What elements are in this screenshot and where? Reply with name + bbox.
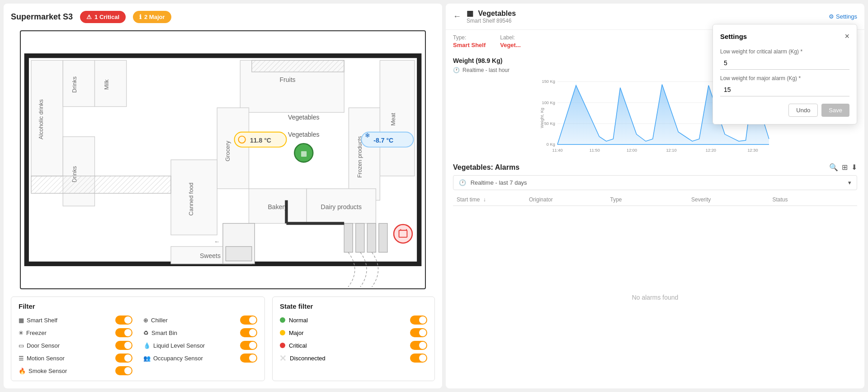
- clock-icon: 🕐: [453, 67, 460, 73]
- svg-text:Canned food: Canned food: [188, 182, 194, 215]
- svg-rect-35: [226, 247, 251, 261]
- filter-panel: Filter ▦ Smart Shelf ⊕ Chiller: [11, 296, 265, 381]
- toggle-smart-shelf[interactable]: [115, 316, 132, 325]
- left-panel: Supermarket S3 ⚠ 1 Critical ℹ 2 Major Fr…: [4, 4, 442, 388]
- svg-text:Alcoholic drinks: Alcoholic drinks: [38, 99, 44, 139]
- svg-text:Dairy products: Dairy products: [321, 203, 362, 210]
- alarms-table-header: Start time ↓ Originator Type Severity St…: [453, 194, 857, 206]
- toggle-chiller[interactable]: [240, 316, 257, 325]
- state-grid: Normal Major Critical: [280, 316, 427, 363]
- col-type: Type: [610, 196, 692, 203]
- chevron-down-icon: ▾: [848, 179, 851, 186]
- settings-button[interactable]: ⚙ Settings: [829, 13, 857, 20]
- meta-type: Type: Smart Shelf: [453, 34, 486, 49]
- alarms-section: Vegetables: Alarms 🔍 ⊞ ⬇ 🕐 Realtime - la…: [446, 158, 864, 388]
- door-sensor-icon: ▭: [19, 342, 24, 349]
- clock-icon-2: 🕐: [459, 179, 466, 186]
- settings-popup: Settings × Low weight for critical alarm…: [712, 24, 857, 124]
- smart-shelf-icon: ▦: [19, 317, 24, 324]
- field-critical-weight: Low weight for critical alarm (Kg) *: [720, 48, 849, 70]
- toggle-smoke-sensor[interactable]: [115, 366, 132, 375]
- right-panel: ← ▦ Vegetables Smart Shelf 89546 ⚙ Setti…: [446, 4, 864, 388]
- filter-label-occupancy-sensor: 👥 Occupancy Sensor: [143, 355, 203, 362]
- filter-label-liquid-level: 💧 Liquid Level Sensor: [143, 342, 205, 349]
- undo-button[interactable]: Undo: [788, 104, 818, 117]
- state-item-normal: Normal: [280, 317, 403, 324]
- major-weight-label: Low weight for major alarm (Kg) *: [720, 75, 849, 81]
- svg-text:12:30: 12:30: [747, 148, 758, 153]
- svg-text:11:50: 11:50: [590, 148, 600, 153]
- toggle-critical[interactable]: [410, 341, 427, 350]
- major-label: 2 Major: [144, 14, 165, 20]
- freezer-icon: ✳: [19, 330, 24, 336]
- svg-text:50 Kg: 50 Kg: [544, 121, 555, 126]
- filter-item-chiller: ⊕ Chiller: [143, 316, 257, 325]
- type-label: Type:: [453, 34, 486, 41]
- floor-plan: Fruits Alcoholic drinks Drinks Drinks Mi…: [20, 30, 426, 289]
- svg-text:▦: ▦: [301, 149, 307, 157]
- svg-text:150 Kg: 150 Kg: [542, 79, 555, 84]
- critical-weight-input[interactable]: [720, 57, 849, 70]
- toggle-liquid-level[interactable]: [240, 341, 257, 350]
- svg-text:11:40: 11:40: [552, 148, 562, 153]
- toggle-motion-sensor[interactable]: [115, 354, 132, 363]
- svg-text:11.8 °C: 11.8 °C: [250, 137, 271, 144]
- critical-alert-badge[interactable]: ⚠ 1 Critical: [80, 11, 126, 23]
- svg-rect-5: [63, 137, 94, 206]
- critical-dot: [280, 343, 285, 348]
- svg-rect-32: [367, 223, 376, 252]
- popup-close-button[interactable]: ×: [844, 32, 849, 41]
- state-item-major: Major: [280, 330, 403, 336]
- toggle-smart-bin[interactable]: [240, 328, 257, 337]
- col-start-time: Start time ↓: [457, 196, 529, 203]
- label-label: Label:: [500, 34, 521, 41]
- svg-text:Drinks: Drinks: [71, 76, 78, 93]
- col-originator: Originator: [529, 196, 610, 203]
- filter-label-smart-shelf: ▦ Smart Shelf: [19, 317, 57, 324]
- toggle-freezer[interactable]: [115, 328, 132, 337]
- major-dot: [280, 330, 285, 335]
- toggle-door-sensor[interactable]: [115, 341, 132, 350]
- alarms-realtime-label: 🕐 Realtime - last 7 days: [459, 179, 527, 186]
- svg-rect-33: [379, 223, 387, 252]
- filter-item-smart-bin: ♻ Smart Bin: [143, 328, 257, 337]
- device-id: Smart Shelf 89546: [467, 18, 823, 24]
- sort-icon[interactable]: ↓: [483, 196, 486, 203]
- toggle-disconnected[interactable]: [410, 354, 427, 363]
- toggle-normal[interactable]: [410, 316, 427, 325]
- alarms-search-button[interactable]: 🔍: [829, 163, 838, 172]
- popup-actions: Undo Save: [720, 104, 849, 117]
- motion-sensor-icon: ☰: [19, 355, 24, 362]
- critical-icon: ⚠: [86, 14, 92, 20]
- toggle-occupancy-sensor[interactable]: [240, 354, 257, 363]
- alarms-columns-button[interactable]: ⊞: [842, 163, 848, 172]
- filter-item-smart-shelf: ▦ Smart Shelf: [19, 316, 132, 325]
- filter-label-door-sensor: ▭ Door Sensor: [19, 342, 60, 349]
- svg-rect-9: [94, 60, 126, 106]
- filter-item-smoke-sensor: 🔥 Smoke Sensor: [19, 366, 132, 375]
- svg-rect-7: [63, 60, 94, 106]
- alarms-download-button[interactable]: ⬇: [851, 163, 857, 172]
- critical-weight-label: Low weight for critical alarm (Kg) *: [720, 48, 849, 55]
- filter-label-motion-sensor: ☰ Motion Sensor: [19, 355, 65, 362]
- device-icon: ▦: [467, 10, 473, 17]
- svg-text:12:00: 12:00: [627, 148, 637, 153]
- filter-label-chiller: ⊕ Chiller: [143, 317, 168, 324]
- state-item-critical: Critical: [280, 342, 403, 349]
- svg-text:0 Kg: 0 Kg: [547, 142, 555, 147]
- major-weight-input[interactable]: [720, 83, 849, 96]
- save-button[interactable]: Save: [821, 104, 849, 117]
- alarms-realtime-selector[interactable]: 🕐 Realtime - last 7 days ▾: [453, 175, 857, 190]
- filter-grid: ▦ Smart Shelf ⊕ Chiller ✳: [19, 316, 257, 375]
- filter-label-smoke-sensor: 🔥 Smoke Sensor: [19, 368, 67, 374]
- svg-text:Vegetables: Vegetables: [288, 114, 319, 121]
- svg-text:❄: ❄: [365, 132, 370, 139]
- back-button[interactable]: ←: [453, 12, 461, 21]
- page-title: Supermarket S3: [11, 12, 73, 22]
- major-alert-badge[interactable]: ℹ 2 Major: [133, 11, 171, 23]
- toggle-major[interactable]: [410, 328, 427, 337]
- field-major-weight: Low weight for major alarm (Kg) *: [720, 75, 849, 96]
- svg-text:←: ←: [214, 238, 220, 245]
- filter-item-door-sensor: ▭ Door Sensor: [19, 341, 132, 350]
- svg-text:Vegetables: Vegetables: [288, 131, 319, 138]
